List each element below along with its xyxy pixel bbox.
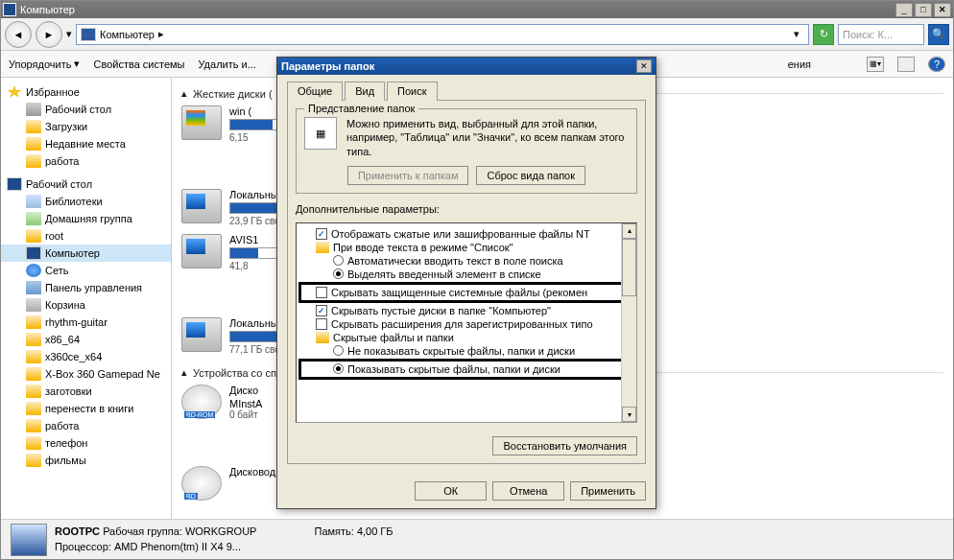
sidebar-item-controlpanel[interactable]: Панель управления: [1, 279, 171, 296]
collapse-icon[interactable]: ▴: [181, 87, 187, 100]
groupbox-text: Можно применить вид, выбранный для этой …: [346, 117, 629, 158]
sidebar-item-recent[interactable]: Недавние места: [1, 135, 171, 152]
sidebar-item-folder[interactable]: x86_64: [1, 331, 171, 348]
apply-to-folders-button[interactable]: Применить к папкам: [347, 166, 469, 185]
drive-name: AVIS1: [229, 234, 277, 245]
apply-button[interactable]: Применить: [570, 481, 646, 501]
drive-c[interactable]: win ( 6,15: [181, 105, 277, 143]
desktop-icon: [26, 103, 41, 116]
radio[interactable]: [333, 255, 344, 266]
view-menu-button[interactable]: ▦▾: [867, 57, 884, 72]
back-button[interactable]: ◄: [5, 21, 32, 48]
monitor-icon: [7, 177, 22, 191]
reset-folders-button[interactable]: Сброс вида папок: [476, 166, 585, 185]
help-button[interactable]: ?: [928, 57, 945, 72]
sidebar: Избранное Рабочий стол Загрузки Недавние…: [1, 78, 172, 519]
tab-search[interactable]: Поиск: [387, 82, 437, 101]
refresh-button[interactable]: ↻: [813, 24, 834, 45]
restore-defaults-button[interactable]: Восстановить умолчания: [492, 436, 637, 455]
sidebar-item-folder[interactable]: rhythm-guitar: [1, 314, 171, 331]
radio[interactable]: [333, 345, 344, 356]
sidebar-item-computer[interactable]: Компьютер: [1, 245, 171, 262]
sidebar-item-folder[interactable]: фильмы: [1, 452, 171, 469]
cancel-button[interactable]: Отмена: [492, 481, 564, 501]
tab-view[interactable]: Вид: [345, 82, 385, 101]
address-dropdown-icon[interactable]: ▾: [789, 28, 804, 40]
drive-bd-m[interactable]: BD-ROM Диско MInstA 0 байт: [181, 385, 277, 420]
computer-icon: [3, 3, 16, 16]
dialog-title: Параметры папок: [281, 60, 636, 72]
radio[interactable]: [333, 268, 344, 279]
breadcrumb-arrow-icon[interactable]: ▸: [158, 28, 164, 40]
sidebar-item-folder[interactable]: заготовки: [1, 383, 171, 400]
drive-free: 0 байт: [229, 409, 277, 420]
checkbox[interactable]: [316, 318, 327, 330]
sidebar-item-root[interactable]: root: [1, 227, 171, 245]
drive-d[interactable]: AVIS1 41,8: [181, 234, 277, 271]
folder-icon: [26, 333, 41, 346]
address-bar[interactable]: Компьютер ▸ ▾: [76, 24, 809, 45]
drive-free: 6,15: [229, 132, 277, 143]
sidebar-item-folder[interactable]: работа: [1, 417, 171, 434]
folder-icon: [26, 154, 41, 168]
titlebar[interactable]: Компьютер _ □ ✕: [1, 1, 953, 18]
folder-icon: [26, 137, 41, 151]
radio-show-hidden[interactable]: [333, 363, 344, 374]
sidebar-item-homegroup[interactable]: Домашняя группа: [1, 210, 171, 227]
checkbox-hide-protected[interactable]: [316, 287, 327, 298]
window-title: Компьютер: [20, 4, 895, 15]
desktop-header[interactable]: Рабочий стол: [1, 175, 171, 193]
sidebar-item-recyclebin[interactable]: Корзина: [1, 296, 171, 314]
scroll-up-button[interactable]: ▴: [622, 223, 636, 239]
scroll-thumb[interactable]: [622, 239, 636, 296]
collapse-icon[interactable]: ▴: [181, 366, 187, 379]
sidebar-item-desktop[interactable]: Рабочий стол: [1, 101, 171, 118]
computer-icon: [26, 246, 41, 260]
folder-icon: [26, 120, 41, 133]
history-dropdown-icon[interactable]: ▾: [66, 28, 72, 40]
folder-icon: [316, 332, 329, 343]
folder-view-icon: ▦: [304, 117, 337, 150]
drive-icon: [181, 105, 222, 140]
sidebar-item-folder[interactable]: перенести в книги: [1, 400, 171, 417]
sidebar-item-folder[interactable]: телефон: [1, 434, 171, 452]
folder-icon: [26, 436, 41, 450]
sidebar-item-downloads[interactable]: Загрузки: [1, 118, 171, 135]
sidebar-item-work[interactable]: работа: [1, 152, 171, 170]
sidebar-item-folder[interactable]: X-Box 360 Gamepad Ne: [1, 365, 171, 383]
search-button[interactable]: 🔍: [928, 24, 949, 45]
advanced-settings-tree[interactable]: Отображать сжатые или зашифрованные файл…: [296, 222, 637, 423]
drive-bar: [229, 119, 277, 130]
scroll-down-button[interactable]: ▾: [622, 407, 636, 422]
uninstall-button[interactable]: Удалить и...: [198, 58, 255, 70]
memory: Память: 4,00 ГБ: [314, 525, 393, 537]
sidebar-item-folder[interactable]: x360ce_x64: [1, 348, 171, 365]
toolbar-label: ения: [788, 58, 811, 70]
close-button[interactable]: ✕: [934, 3, 951, 17]
forward-button[interactable]: ►: [36, 21, 62, 48]
tab-general[interactable]: Общие: [287, 82, 343, 101]
sidebar-item-libraries[interactable]: Библиотеки: [1, 193, 171, 210]
minimize-button[interactable]: _: [895, 3, 913, 17]
dialog-close-button[interactable]: ✕: [636, 59, 652, 73]
panel-icon: [26, 281, 41, 294]
scrollbar[interactable]: ▴ ▾: [621, 223, 636, 422]
preview-pane-button[interactable]: [897, 57, 915, 72]
sidebar-item-network[interactable]: Сеть: [1, 262, 171, 279]
ok-button[interactable]: ОК: [415, 481, 487, 501]
drive-icon: [181, 317, 222, 352]
maximize-button[interactable]: □: [915, 3, 932, 17]
advanced-label: Дополнительные параметры:: [296, 203, 637, 215]
search-input[interactable]: Поиск: К...: [838, 24, 924, 45]
navbar: ◄ ► ▾ Компьютер ▸ ▾ ↻ Поиск: К... 🔍: [1, 18, 953, 51]
folder-icon: [26, 402, 41, 415]
drive-free: 41,8: [229, 261, 277, 271]
computer-icon: [11, 524, 47, 556]
folder-options-dialog: Параметры папок ✕ Общие Вид Поиск Предст…: [276, 57, 656, 509]
favorites-header[interactable]: Избранное: [1, 83, 171, 101]
checkbox[interactable]: [316, 228, 327, 240]
dialog-titlebar[interactable]: Параметры папок ✕: [277, 58, 656, 75]
organize-menu[interactable]: Упорядочить ▾: [9, 58, 80, 70]
checkbox[interactable]: [316, 305, 327, 316]
system-properties-button[interactable]: Свойства системы: [93, 58, 184, 70]
